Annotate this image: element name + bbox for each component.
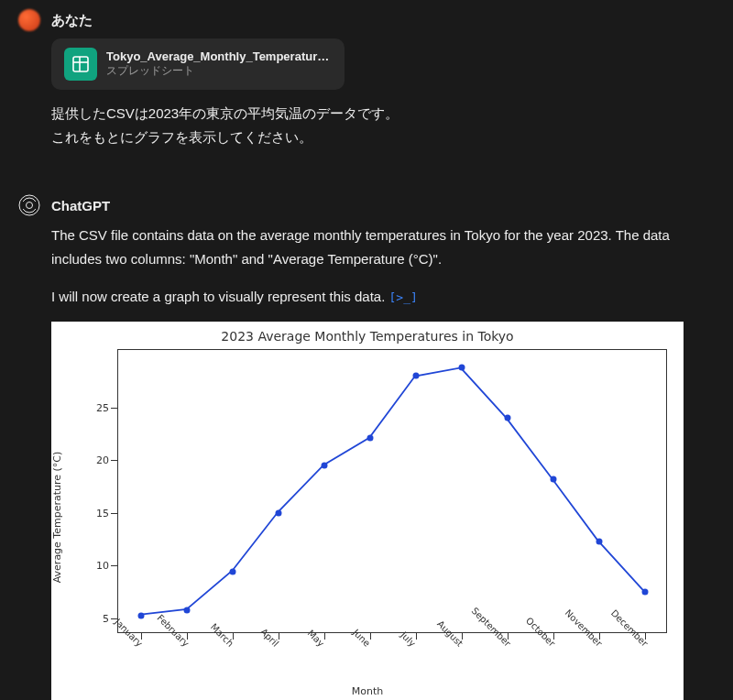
assistant-body: The CSV file contains data on the averag… <box>51 224 715 700</box>
y-tick <box>111 408 118 409</box>
x-tick <box>279 632 279 640</box>
chart: 2023 Average Monthly Temperatures in Tok… <box>51 322 684 700</box>
assistant-message: ChatGPT The CSV file contains data on th… <box>0 185 733 700</box>
assistant-text: The CSV file contains data on the averag… <box>51 224 715 309</box>
user-name: あなた <box>51 12 93 29</box>
data-point <box>276 509 282 516</box>
y-tick-label: 25 <box>96 401 109 413</box>
y-tick <box>111 513 118 514</box>
user-text: 提供したCSVは2023年の東京の平均気温のデータです。 これをもとにグラフを表… <box>51 103 715 148</box>
chart-xlabel: Month <box>51 685 684 697</box>
line-path <box>118 350 666 632</box>
file-attachment[interactable]: Tokyo_Average_Monthly_Temperatures... スプ… <box>51 38 345 90</box>
plot-area: 510152025JanuaryFebruaryMarchAprilMayJun… <box>117 349 667 633</box>
user-text-line2: これをもとにグラフを表示してください。 <box>51 126 715 148</box>
attachment-info: Tokyo_Average_Monthly_Temperatures... スプ… <box>106 49 332 79</box>
y-tick <box>111 460 118 461</box>
x-tick-label: July <box>399 629 417 648</box>
data-point <box>505 415 511 421</box>
y-tick-label: 10 <box>96 560 109 572</box>
assistant-para2: I will now create a graph to visually re… <box>51 285 715 309</box>
user-avatar <box>18 9 40 31</box>
user-header: あなた <box>18 9 715 31</box>
data-point <box>367 435 374 442</box>
y-tick-label: 15 <box>96 507 109 519</box>
data-point <box>642 588 649 595</box>
data-point <box>322 463 328 469</box>
x-tick <box>416 632 417 640</box>
data-point <box>551 476 557 482</box>
user-body: Tokyo_Average_Monthly_Temperatures... スプ… <box>51 38 715 148</box>
chart-title: 2023 Average Monthly Temperatures in Tok… <box>51 329 684 344</box>
data-point <box>230 569 236 575</box>
data-point <box>459 365 465 371</box>
user-text-line1: 提供したCSVは2023年の東京の平均気温のデータです。 <box>51 103 715 125</box>
x-tick <box>370 632 371 640</box>
y-tick <box>111 565 118 566</box>
y-tick-label: 5 <box>103 612 109 624</box>
x-tick <box>324 632 325 640</box>
y-tick-label: 20 <box>96 454 109 466</box>
data-point <box>596 538 603 544</box>
assistant-name: ChatGPT <box>51 198 110 213</box>
data-point <box>138 613 145 619</box>
chatgpt-avatar <box>18 194 40 216</box>
assistant-para2-text: I will now create a graph to visually re… <box>51 289 389 304</box>
user-message: あなた Tokyo_Average_Monthly_Temperatures..… <box>0 0 733 159</box>
code-execution-badge[interactable]: [>_] <box>389 290 418 304</box>
assistant-header: ChatGPT <box>18 194 715 216</box>
svg-rect-0 <box>73 57 88 71</box>
spreadsheet-icon <box>64 48 97 81</box>
data-point <box>413 373 420 379</box>
attachment-filetype: スプレッドシート <box>106 63 332 79</box>
attachment-filename: Tokyo_Average_Monthly_Temperatures... <box>106 49 332 63</box>
svg-point-4 <box>27 202 33 209</box>
data-point <box>184 607 191 614</box>
chart-ylabel: Average Temperature (°C) <box>51 451 63 583</box>
assistant-para1: The CSV file contains data on the averag… <box>51 224 715 272</box>
